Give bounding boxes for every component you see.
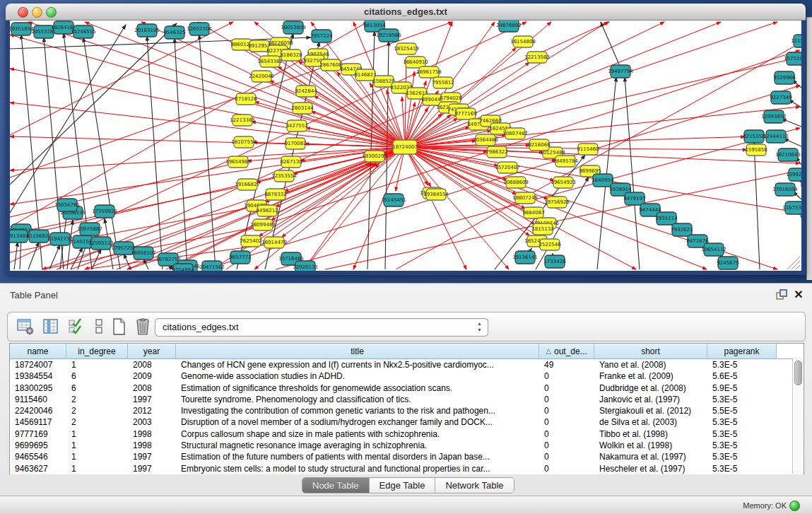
graph-node[interactable]: 7932621 [671, 223, 693, 236]
graph-node[interactable]: 13992971 [786, 168, 801, 181]
table-row[interactable]: 1938455462009Genome-wide association stu… [10, 370, 804, 382]
graph-node[interactable]: 8878332 [264, 189, 286, 200]
graph-node[interactable]: 11942737 [47, 233, 73, 245]
graph-node[interactable]: 16053809 [281, 21, 306, 34]
resize-grip[interactable] [787, 257, 800, 269]
clear-selection-icon[interactable] [90, 317, 108, 336]
table-row[interactable]: 946554611997Estimation of the future num… [10, 451, 804, 462]
graph-node[interactable]: 17359924 [92, 205, 117, 218]
graph-node[interactable]: 16914479 [261, 237, 287, 248]
graph-node[interactable]: 12213563 [524, 52, 550, 63]
table-cell-year[interactable]: 1998 [128, 428, 176, 440]
table-cell-out_de[interactable]: 0 [539, 416, 594, 428]
table-cell-out_de[interactable]: 0 [539, 405, 594, 416]
table-cell-year[interactable]: 2012 [128, 405, 176, 416]
column-header-short[interactable]: short [594, 344, 707, 358]
table-cell-pagerank[interactable]: 5.3E-5 [707, 416, 777, 428]
graph-node[interactable]: 9884067 [522, 207, 544, 218]
graph-node[interactable]: 2718126 [235, 93, 257, 105]
graph-node[interactable]: 9115460 [577, 144, 599, 155]
table-cell-out_de[interactable]: 0 [539, 451, 594, 462]
select-all-icon[interactable] [67, 317, 86, 336]
column-header-year[interactable]: year [128, 344, 176, 358]
graph-node[interactable]: 8216066 [528, 139, 551, 151]
table-cell-name[interactable]: 9777169 [10, 428, 66, 440]
graph-node[interactable]: 18300295 [362, 151, 387, 162]
table-cell-short[interactable]: Jankovic et al. (1997) [594, 394, 707, 405]
table-cell-title[interactable]: Investigating the contribution of common… [176, 405, 539, 416]
tab-network-table[interactable]: Network Table [435, 478, 513, 493]
table-cell-pagerank[interactable]: 5.6E-5 [707, 370, 777, 382]
graph-node[interactable]: 19166827 [235, 179, 260, 190]
graph-node[interactable]: 8186328 [280, 49, 302, 61]
graph-node[interactable]: 15034785 [54, 199, 80, 211]
graph-node[interactable]: 9242844 [295, 86, 317, 97]
table-row[interactable]: 969969511998Structural magnetic resonanc… [10, 440, 804, 451]
column-header-name[interactable]: name [10, 344, 66, 358]
graph-node[interactable]: 8215358 [743, 130, 765, 143]
table-cell-name[interactable]: 9115460 [10, 394, 66, 405]
table-cell-year[interactable]: 2008 [128, 382, 176, 394]
graph-node[interactable]: 16099489 [250, 219, 276, 230]
table-cell-short[interactable]: Yano et al. (2008) [594, 359, 707, 370]
graph-node[interactable]: 10654112 [701, 243, 726, 256]
graph-node[interactable]: 10688609 [503, 177, 529, 188]
table-cell-short[interactable]: Dudbridge et al. (2008) [594, 382, 707, 394]
table-cell-in_degree[interactable]: 6 [66, 370, 128, 382]
graph-node[interactable]: 2803144 [291, 103, 314, 114]
graph-node[interactable]: 16958107 [131, 247, 156, 259]
graph-node[interactable]: 28495784 [553, 156, 578, 167]
graph-node[interactable]: 4498212 [256, 205, 278, 216]
graph-node[interactable]: 15145451 [381, 194, 406, 206]
table-row[interactable]: 1872400712008Changes of HCN gene express… [10, 359, 804, 370]
table-cell-year[interactable]: 2009 [128, 370, 176, 382]
graph-node[interactable]: 20471562 [199, 261, 225, 271]
graph-node[interactable]: 12093852 [761, 110, 787, 123]
table-cell-title[interactable]: Corpus callosum shape and size in male p… [176, 428, 539, 440]
graph-node[interactable]: 16961758 [416, 66, 442, 78]
table-cell-in_degree[interactable]: 1 [66, 359, 128, 370]
graph-node[interactable]: 19487794 [608, 65, 633, 78]
graph-node[interactable]: 18107554 [231, 136, 257, 148]
table-cell-title[interactable]: Structural magnetic resonance image aver… [176, 440, 539, 451]
table-cell-title[interactable]: Embryonic stem cells: a model to study s… [176, 463, 539, 474]
graph-node[interactable]: 2867608 [319, 59, 341, 71]
table-cell-pagerank[interactable]: 5.9E-5 [707, 382, 777, 394]
tab-node-table[interactable]: Node Table [302, 478, 370, 493]
table-cell-title[interactable]: Genome-wide association studies in ADHD. [176, 370, 539, 382]
table-cell-out_de[interactable]: 0 [539, 440, 594, 451]
graph-node[interactable]: 19218586 [376, 29, 401, 42]
network-canvas[interactable]: 1872400788601228912954182260589227505818… [10, 21, 801, 271]
graph-node[interactable]: 16154808 [510, 36, 536, 47]
table-cell-in_degree[interactable]: 2 [66, 416, 128, 428]
table-cell-title[interactable]: Disruption of a novel member of a sodium… [176, 416, 539, 428]
table-cell-pagerank[interactable]: 5.3E-5 [707, 440, 777, 451]
graph-node[interactable]: 9170082 [284, 138, 306, 149]
table-cell-in_degree[interactable]: 6 [66, 382, 128, 394]
float-panel-icon[interactable] [775, 288, 788, 301]
graph-node[interactable]: 9857771 [229, 251, 251, 264]
scrollbar-thumb[interactable] [794, 361, 802, 385]
table-cell-name[interactable]: 9465546 [10, 451, 66, 462]
table-cell-pagerank[interactable]: 5.3E-5 [707, 428, 777, 440]
graph-node[interactable]: 7857224 [310, 30, 333, 42]
graph-node[interactable]: 12444113 [763, 130, 789, 143]
graph-node[interactable]: 9245675 [717, 257, 739, 269]
graph-node[interactable]: 24876802 [496, 21, 522, 32]
graph-node[interactable]: 9354984 [172, 264, 194, 271]
table-row[interactable]: 1830029562008Estimation of significance … [10, 382, 804, 394]
graph-node[interactable]: 19136141 [512, 251, 538, 264]
graph-node[interactable]: 2522546 [539, 239, 561, 250]
table-cell-year[interactable]: 1997 [128, 463, 176, 474]
graph-node[interactable]: 15720407 [495, 162, 520, 173]
graph-node[interactable]: 9546325 [163, 26, 185, 39]
table-cell-pagerank[interactable]: 5.5E-5 [707, 405, 777, 416]
table-cell-short[interactable]: Franke et al. (2009) [594, 370, 707, 382]
graph-node[interactable]: 8267130 [280, 156, 302, 168]
graph-node[interactable]: 11675333 [782, 201, 801, 214]
table-cell-name[interactable]: 19384554 [10, 370, 66, 382]
table-cell-name[interactable]: 9699695 [10, 440, 66, 451]
table-cell-short[interactable]: Tibbo et al. (1998) [594, 428, 707, 440]
graph-node[interactable]: 19384554 [423, 189, 449, 200]
graph-node[interactable]: 6479197 [623, 192, 645, 205]
